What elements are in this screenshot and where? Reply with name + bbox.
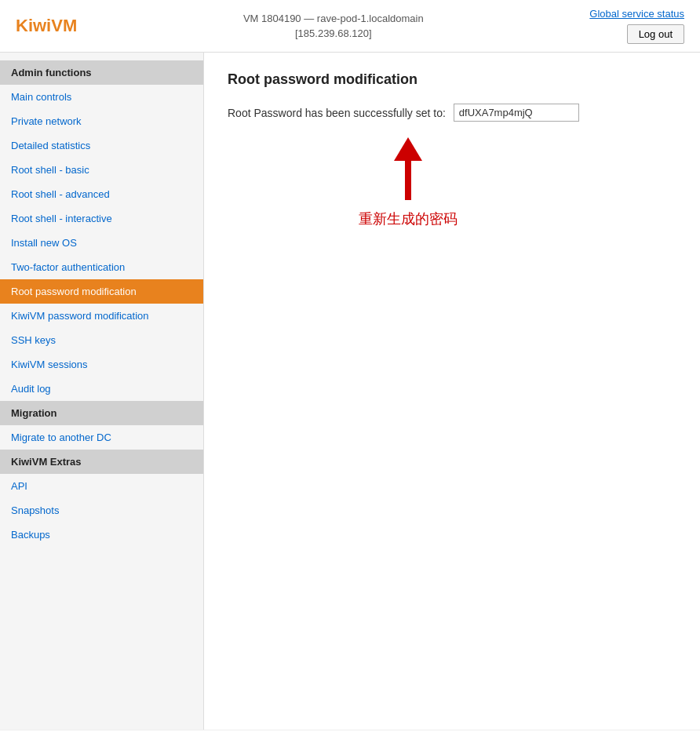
success-row: Root Password has been successfully set … [228,104,676,122]
header-right: Global service status Log out [589,8,684,44]
annotation-text: 重新生成的密码 [359,209,458,228]
sidebar-item-root-password[interactable]: Root password modification [0,279,203,304]
vm-info-line2: [185.239.68.120] [77,26,589,42]
sidebar-item-snapshots[interactable]: Snapshots [0,498,203,523]
layout: Admin functions Main controls Private ne… [0,53,700,730]
password-display[interactable] [454,104,579,122]
logout-button[interactable]: Log out [627,24,684,44]
sidebar-item-root-shell-basic[interactable]: Root shell - basic [0,158,203,182]
sidebar-section-admin: Admin functions [0,60,203,85]
annotation-area: 重新生成的密码 [290,137,526,228]
sidebar-section-extras: KiwiVM Extras [0,450,203,474]
sidebar-item-root-shell-interactive[interactable]: Root shell - interactive [0,206,203,231]
sidebar-item-private-network[interactable]: Private network [0,109,203,133]
sidebar-item-detailed-statistics[interactable]: Detailed statistics [0,133,203,158]
sidebar-item-audit-log[interactable]: Audit log [0,377,203,401]
sidebar-item-kiwivm-sessions[interactable]: KiwiVM sessions [0,352,203,377]
sidebar-item-ssh-keys[interactable]: SSH keys [0,328,203,352]
header: KiwiVM VM 1804190 — rave-pod-1.localdoma… [0,0,700,53]
sidebar-section-migration: Migration [0,401,203,425]
vm-info-line1: VM 1804190 — rave-pod-1.localdomain [77,11,589,27]
arrow-shaft [405,161,411,200]
main-content: Root password modification Root Password… [204,53,700,730]
sidebar-item-migrate-dc[interactable]: Migrate to another DC [0,425,203,450]
sidebar: Admin functions Main controls Private ne… [0,53,204,730]
sidebar-item-kiwivm-password[interactable]: KiwiVM password modification [0,304,203,328]
logo: KiwiVM [16,16,77,36]
sidebar-item-install-new-os[interactable]: Install new OS [0,231,203,255]
page-title: Root password modification [228,71,676,88]
sidebar-item-backups[interactable]: Backups [0,523,203,547]
sidebar-item-main-controls[interactable]: Main controls [0,85,203,109]
vm-info: VM 1804190 — rave-pod-1.localdomain [185… [77,11,589,42]
arrow-up-icon [394,137,422,161]
sidebar-item-api[interactable]: API [0,474,203,498]
sidebar-item-two-factor[interactable]: Two-factor authentication [0,255,203,279]
global-status-link[interactable]: Global service status [589,8,684,20]
success-label: Root Password has been successfully set … [228,107,446,119]
sidebar-item-root-shell-advanced[interactable]: Root shell - advanced [0,182,203,206]
